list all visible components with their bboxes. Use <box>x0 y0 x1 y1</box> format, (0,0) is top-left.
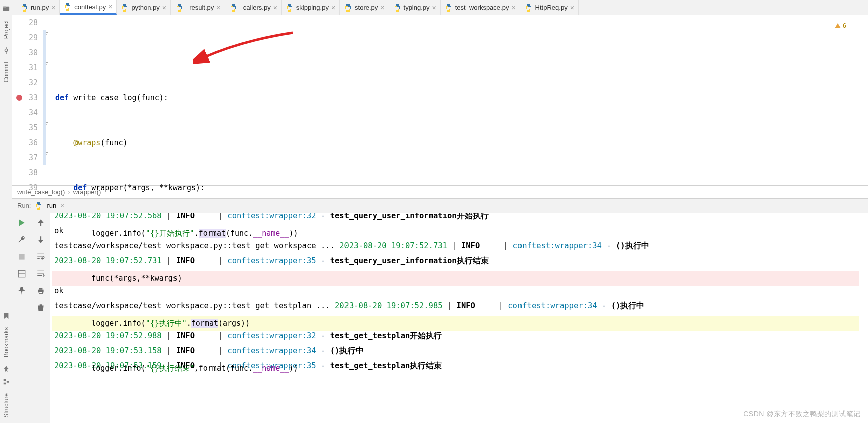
python-file-icon <box>121 4 129 12</box>
tab-label: _callers.py <box>240 4 271 11</box>
code-editor[interactable]: def write_case_log(func): @wraps(func) d… <box>52 15 859 185</box>
editor-tab[interactable]: conftest.py× <box>60 0 117 15</box>
line-number[interactable]: 34 <box>12 105 38 120</box>
bookmarks-icon[interactable] <box>3 312 10 319</box>
watermark-text: CSDN @东方不败之鸭梨的测试笔记 <box>743 410 861 419</box>
svg-rect-15 <box>39 292 42 293</box>
run-toolbar-right <box>31 213 50 423</box>
toolwindow-structure[interactable]: Structure <box>3 393 10 418</box>
editor-tabs: run.py×conftest.py×python.py×_result.py×… <box>12 0 868 15</box>
close-icon[interactable]: × <box>511 4 515 12</box>
line-number[interactable]: 37 <box>12 150 38 165</box>
tab-label: typing.py <box>404 4 430 11</box>
editor-tab[interactable]: run.py× <box>16 0 60 15</box>
svg-rect-12 <box>40 236 41 240</box>
editor-error-stripe[interactable] <box>859 15 868 185</box>
python-file-icon <box>229 4 237 12</box>
svg-rect-8 <box>19 254 24 259</box>
line-number[interactable]: 32 <box>12 75 38 90</box>
close-icon[interactable]: × <box>570 4 574 12</box>
python-file-icon <box>175 4 183 12</box>
editor-tab[interactable]: _callers.py× <box>225 0 282 15</box>
editor-tab[interactable]: skipping.py× <box>282 0 340 15</box>
svg-point-2 <box>5 49 7 52</box>
pin-icon[interactable] <box>3 365 10 372</box>
close-icon[interactable]: × <box>331 4 335 12</box>
svg-rect-6 <box>3 383 5 385</box>
run-title: Run: <box>17 202 31 209</box>
line-number[interactable]: 29 <box>12 30 38 45</box>
pin-icon[interactable] <box>17 286 26 295</box>
python-file-icon <box>344 4 352 12</box>
editor-tab[interactable]: store.py× <box>340 0 389 15</box>
run-toolbar-left <box>12 213 31 423</box>
up-arrow-icon[interactable] <box>36 218 45 227</box>
close-icon[interactable]: × <box>216 4 220 12</box>
editor-tab[interactable]: HttpReq.py× <box>520 0 579 15</box>
close-icon[interactable]: × <box>51 4 55 12</box>
svg-rect-14 <box>39 288 42 289</box>
python-file-icon <box>286 4 294 12</box>
editor-tab[interactable]: test_workspace.py× <box>441 0 520 15</box>
print-icon[interactable] <box>36 286 45 295</box>
layout-icon[interactable] <box>17 269 26 278</box>
svg-rect-5 <box>3 379 5 381</box>
line-number[interactable]: 38 <box>12 165 38 180</box>
svg-rect-7 <box>6 381 8 383</box>
svg-rect-1 <box>3 7 5 8</box>
structure-icon[interactable] <box>3 378 10 385</box>
toolwindow-bookmarks[interactable]: Bookmarks <box>3 327 10 357</box>
tab-label: run.py <box>31 4 49 11</box>
soft-wrap-icon[interactable] <box>36 252 45 261</box>
close-icon[interactable]: × <box>162 4 166 12</box>
tab-label: test_workspace.py <box>455 4 509 11</box>
python-file-icon <box>525 4 533 12</box>
wrench-icon[interactable] <box>17 235 26 244</box>
trash-icon[interactable] <box>36 303 45 312</box>
method-highlight-bar <box>43 30 46 165</box>
commit-icon[interactable] <box>3 47 10 54</box>
line-number[interactable]: 31 <box>12 60 38 75</box>
warning-triangle-icon <box>835 23 841 28</box>
inspection-indicator[interactable]: 6 <box>835 18 846 33</box>
editor-tab[interactable]: typing.py× <box>389 0 441 15</box>
editor-area: 282930313233343536373839 − − − − def wri… <box>12 15 868 185</box>
python-file-icon <box>64 3 72 11</box>
svg-rect-11 <box>40 222 41 226</box>
close-icon[interactable]: × <box>273 4 277 12</box>
python-file-icon <box>445 4 453 12</box>
line-number[interactable]: 39 <box>12 180 38 195</box>
line-number[interactable]: 28 <box>12 15 38 30</box>
scroll-to-end-icon[interactable] <box>36 269 45 278</box>
stop-icon[interactable] <box>17 252 26 261</box>
python-icon <box>35 202 43 210</box>
tab-label: conftest.py <box>74 3 106 11</box>
tab-label: store.py <box>355 4 378 11</box>
line-number[interactable]: 35 <box>12 120 38 135</box>
python-file-icon <box>393 4 401 12</box>
close-icon[interactable]: × <box>432 4 436 12</box>
line-number[interactable]: 36 <box>12 135 38 150</box>
left-toolwindow-bar: Project Commit Bookmarks Structure <box>0 0 12 423</box>
run-icon[interactable] <box>17 218 26 227</box>
tab-label: HttpReq.py <box>535 4 568 11</box>
editor-tab[interactable]: _result.py× <box>171 0 225 15</box>
python-file-icon <box>20 4 28 12</box>
toolwindow-project[interactable]: Project <box>3 20 10 39</box>
editor-tab[interactable]: python.py× <box>117 0 171 15</box>
tab-label: _result.py <box>186 4 214 11</box>
tab-label: python.py <box>131 4 159 11</box>
down-arrow-icon[interactable] <box>36 235 45 244</box>
keyword-def: def <box>55 93 73 102</box>
line-number[interactable]: 30 <box>12 45 38 60</box>
close-icon[interactable]: × <box>108 3 112 11</box>
toolwindow-commit[interactable]: Commit <box>3 62 10 82</box>
breakpoint-marker[interactable] <box>16 95 22 101</box>
close-icon[interactable]: × <box>380 4 384 12</box>
project-icon[interactable] <box>3 5 10 12</box>
tab-label: skipping.py <box>296 4 329 11</box>
editor-gutter: 282930313233343536373839 <box>12 15 43 185</box>
decorator: @wraps <box>73 138 100 147</box>
